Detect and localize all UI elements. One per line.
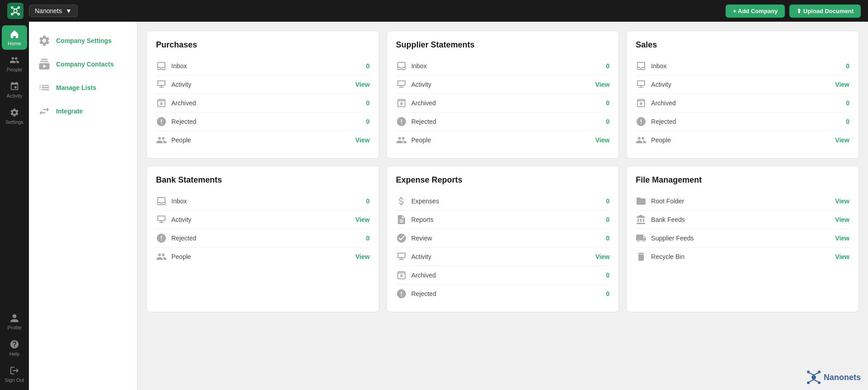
- rejected-icon: [396, 116, 407, 127]
- card-title-bank-statements: Bank Statements: [156, 175, 370, 185]
- supplier-feeds-icon: [636, 233, 646, 244]
- sidebar-item-settings[interactable]: Settings: [2, 104, 27, 128]
- bank-feeds-value[interactable]: View: [835, 216, 849, 223]
- rejected-label: Rejected: [171, 118, 362, 125]
- sidebar-item-people[interactable]: People: [2, 52, 27, 76]
- people-value[interactable]: View: [355, 136, 370, 144]
- activity-label: Activity: [411, 81, 591, 88]
- card-row-bank-statements-people[interactable]: PeopleView: [156, 248, 370, 266]
- rejected-label: Rejected: [411, 290, 602, 297]
- supplier-feeds-label: Supplier Feeds: [651, 235, 830, 242]
- sidebar-item-integrate[interactable]: Integrate: [29, 99, 137, 123]
- expenses-value: 0: [606, 197, 610, 205]
- card-row-file-management-supplier-feeds[interactable]: Supplier FeedsView: [636, 229, 849, 248]
- logo-icon: [7, 3, 24, 19]
- archived-value: 0: [846, 99, 849, 107]
- root-folder-value[interactable]: View: [835, 197, 849, 205]
- sidebar-item-manage-lists[interactable]: Manage Lists: [29, 76, 137, 99]
- archived-value: 0: [366, 99, 370, 107]
- people-icon: [396, 135, 407, 146]
- expenses-label: Expenses: [411, 197, 602, 205]
- card-row-sales-activity[interactable]: ActivityView: [636, 75, 849, 94]
- rejected-icon: [636, 116, 646, 127]
- svg-line-7: [13, 13, 15, 14]
- svg-line-17: [814, 380, 818, 382]
- company-settings-label: Company Settings: [56, 37, 112, 44]
- archived-label: Archived: [411, 272, 602, 279]
- people-label: People: [651, 136, 830, 144]
- recycle-bin-value[interactable]: View: [835, 253, 849, 260]
- card-title-sales: Sales: [636, 40, 849, 50]
- activity-icon: [396, 251, 407, 262]
- archived-icon: [156, 98, 167, 108]
- card-row-file-management-root-folder[interactable]: Root FolderView: [636, 192, 849, 211]
- card-row-file-management-bank-feeds[interactable]: Bank FeedsView: [636, 211, 849, 229]
- archived-label: Archived: [651, 99, 841, 107]
- sidebar-item-help[interactable]: Help: [2, 336, 27, 360]
- rejected-value: 0: [606, 118, 610, 125]
- people-value[interactable]: View: [355, 253, 370, 260]
- card-row-expense-reports-reports: Reports0: [396, 211, 610, 229]
- rejected-value: 0: [846, 118, 849, 125]
- manage-lists-label: Manage Lists: [56, 84, 96, 91]
- card-file-management: File ManagementRoot FolderViewBank Feeds…: [626, 166, 859, 312]
- activity-value[interactable]: View: [595, 253, 610, 260]
- people-label: People: [171, 253, 351, 260]
- card-row-file-management-recycle-bin[interactable]: Recycle BinView: [636, 248, 849, 266]
- inbox-value: 0: [606, 62, 610, 70]
- card-row-expense-reports-expenses: Expenses0: [396, 192, 610, 211]
- sidebar-item-company-contacts[interactable]: Company Contacts: [29, 52, 137, 76]
- card-row-sales-people[interactable]: PeopleView: [636, 131, 849, 149]
- inbox-value: 0: [846, 62, 849, 70]
- sidebar-item-signout[interactable]: Sign Out: [2, 362, 27, 386]
- card-sales: SalesInbox0ActivityViewArchived0Rejected…: [626, 31, 859, 159]
- card-row-purchases-activity[interactable]: ActivityView: [156, 75, 370, 94]
- archived-value: 0: [606, 272, 610, 279]
- card-row-supplier-statements-inbox: Inbox0: [396, 57, 610, 75]
- sidebar-item-profile[interactable]: Profile: [2, 310, 27, 334]
- recycle-bin-icon: [636, 251, 646, 262]
- company-selector[interactable]: Nanonets ▼: [29, 5, 78, 17]
- people-value[interactable]: View: [835, 136, 849, 144]
- svg-point-9: [811, 375, 816, 380]
- archived-icon: [396, 270, 407, 281]
- card-row-expense-reports-activity[interactable]: ActivityView: [396, 248, 610, 266]
- activity-value[interactable]: View: [355, 216, 370, 223]
- bank-feeds-label: Bank Feeds: [651, 216, 830, 223]
- app-body: Home People Activity Settings Profile He…: [0, 22, 868, 390]
- activity-value[interactable]: View: [355, 81, 370, 88]
- activity-value[interactable]: View: [835, 81, 849, 88]
- inbox-value: 0: [366, 197, 370, 205]
- sidebar-item-company-settings[interactable]: Company Settings: [29, 29, 137, 52]
- svg-line-5: [13, 8, 15, 9]
- activity-label: Activity: [651, 81, 830, 88]
- upload-document-button[interactable]: ⬆ Upload Document: [789, 5, 861, 18]
- rejected-value: 0: [366, 118, 370, 125]
- card-row-sales-rejected: Rejected0: [636, 113, 849, 131]
- activity-label: Activity: [411, 253, 591, 260]
- card-row-supplier-statements-people[interactable]: PeopleView: [396, 131, 610, 149]
- card-row-expense-reports-archived: Archived0: [396, 266, 610, 285]
- sidebar-item-activity[interactable]: Activity: [2, 78, 27, 102]
- card-row-purchases-archived: Archived0: [156, 94, 370, 113]
- watermark-label: Nanonets: [824, 373, 861, 382]
- card-row-bank-statements-activity[interactable]: ActivityView: [156, 211, 370, 229]
- people-value[interactable]: View: [595, 136, 610, 144]
- inbox-icon: [156, 61, 167, 71]
- archived-icon: [396, 98, 407, 108]
- activity-icon: [156, 79, 167, 90]
- top-nav-left: Nanonets ▼: [7, 3, 78, 19]
- archived-icon: [636, 98, 646, 108]
- card-row-purchases-rejected: Rejected0: [156, 113, 370, 131]
- card-row-purchases-people[interactable]: PeopleView: [156, 131, 370, 149]
- card-row-supplier-statements-activity[interactable]: ActivityView: [396, 75, 610, 94]
- integrate-label: Integrate: [56, 108, 83, 115]
- archived-value: 0: [606, 99, 610, 107]
- sidebar-item-home[interactable]: Home: [2, 25, 27, 50]
- rejected-value: 0: [366, 235, 370, 242]
- main-content: PurchasesInbox0ActivityViewArchived0Reje…: [137, 22, 868, 390]
- supplier-feeds-value[interactable]: View: [835, 235, 849, 242]
- add-company-button[interactable]: + Add Company: [726, 5, 785, 18]
- activity-value[interactable]: View: [595, 81, 610, 88]
- activity-icon: [156, 214, 167, 225]
